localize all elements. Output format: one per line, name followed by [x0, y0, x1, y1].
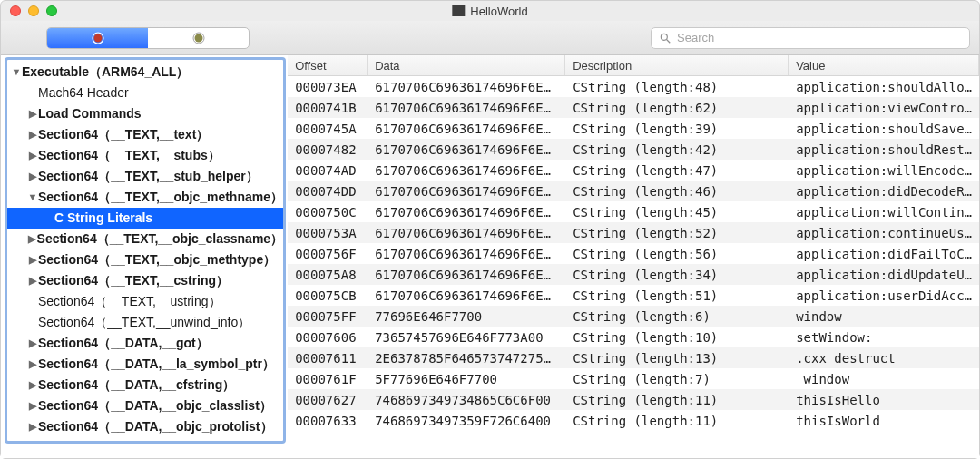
app-window: HelloWorld	[0, 0, 980, 459]
chevron-right-icon: ▶	[27, 249, 38, 270]
table-row[interactable]: 000075FF77696E646F7700CString (length:6)…	[288, 306, 979, 327]
table-row[interactable]: 000075A86170706C69636174696F6E3…CString …	[288, 264, 979, 285]
tree-item[interactable]: Mach64 Header	[7, 83, 283, 103]
minimize-window-button[interactable]	[28, 5, 39, 16]
column-offset[interactable]: Offset	[288, 55, 368, 75]
table-row[interactable]: 000074DD6170706C69636174696F6E3…CString …	[288, 181, 979, 201]
column-description[interactable]: Description	[565, 55, 789, 75]
cell-value: application:shouldRest…	[789, 142, 979, 157]
tree-item[interactable]: ▶Section64（__TEXT,__objc_classname）	[7, 229, 283, 249]
tree-item-label: Section64（__TEXT,__objc_classname）	[37, 229, 284, 249]
table-header: Offset Data Description Value	[288, 55, 979, 76]
column-value[interactable]: Value	[789, 55, 979, 75]
table-row[interactable]: 0000750C6170706C69636174696F6E3…CString …	[288, 201, 979, 222]
chevron-down-icon: ▼	[27, 187, 38, 208]
table-row[interactable]: 0000753A6170706C69636174696F6E3…CString …	[288, 222, 979, 243]
cell-description: CString (length:56)	[565, 247, 789, 261]
cell-data: 6170706C69636174696F6E3…	[368, 122, 565, 136]
svg-point-0	[93, 34, 102, 42]
column-data[interactable]: Data	[368, 55, 565, 75]
tree-item[interactable]: ▶Section64（__TEXT,__cstring）	[7, 270, 283, 291]
search-field[interactable]	[651, 27, 970, 49]
table-row[interactable]: 000073EA6170706C69636174696F6E3…CString …	[288, 76, 979, 97]
hex-mode-tab[interactable]	[148, 28, 249, 48]
cell-value: application:willEncode…	[789, 163, 979, 178]
tree-item[interactable]: ▶Section64（__DATA,__got）	[7, 333, 283, 354]
table-row[interactable]: 0000756F6170706C69636174696F6E3…CString …	[288, 243, 979, 264]
tree-item[interactable]: ▶Section64（__TEXT,__stubs）	[7, 145, 283, 166]
table-body: 000073EA6170706C69636174696F6E3…CString …	[288, 76, 979, 458]
cell-description: CString (length:39)	[565, 122, 789, 136]
svg-point-4	[661, 34, 667, 40]
content-area: ▼Executable（ARM64_ALL）Mach64 Header▶Load…	[1, 55, 979, 458]
cell-offset: 000073EA	[288, 80, 368, 94]
cell-data: 7468697349734865C6C6F00	[368, 393, 565, 407]
table-row[interactable]: 0000745A6170706C69636174696F6E3…CString …	[288, 118, 979, 139]
tree-item[interactable]: Section64（__TEXT,__unwind_info）	[7, 312, 283, 333]
tree-item-label: Section64（__TEXT,__objc_methtype）	[38, 249, 276, 270]
tree-item-label: C String Literals	[54, 208, 152, 229]
table-row[interactable]: 000076277468697349734865C6C6F00CString (…	[288, 389, 979, 410]
tree-item[interactable]: ▶Section64（__DATA,__objc_protolist）	[7, 416, 283, 437]
tree-root[interactable]: ▼Executable（ARM64_ALL）	[7, 62, 283, 83]
cell-value: application:viewContro…	[789, 101, 979, 115]
zoom-window-button[interactable]	[46, 5, 57, 16]
table-row[interactable]: 000075CB6170706C69636174696F6E3…CString …	[288, 285, 979, 306]
chevron-right-icon: ▶	[27, 145, 38, 166]
cell-data: 6170706C69636174696F6E3…	[368, 247, 565, 261]
cell-offset: 0000753A	[288, 226, 368, 240]
tree-item-label: Section64（__TEXT,__ustring）	[38, 291, 221, 312]
tree-item[interactable]: ▶Section64（__TEXT,__objc_methtype）	[7, 249, 283, 270]
cell-data: 6170706C69636174696F6E3…	[368, 205, 565, 220]
cell-description: CString (length:34)	[565, 268, 789, 282]
cell-description: CString (length:51)	[565, 288, 789, 303]
tree-item[interactable]: ▶Section64（__DATA,__objc_classlist）	[7, 396, 283, 416]
cell-description: CString (length:45)	[565, 205, 789, 220]
cell-offset: 000074DD	[288, 184, 368, 199]
cell-data: 6170706C69636174696F6E3…	[368, 288, 565, 303]
cell-data: 5F77696E646F7700	[368, 372, 565, 386]
tree-item-label: Section64（__DATA,__got）	[38, 333, 209, 354]
chevron-right-icon: ▶	[27, 354, 38, 375]
sidebar-tree: ▼Executable（ARM64_ALL）Mach64 Header▶Load…	[5, 57, 286, 444]
cell-data: 6170706C69636174696F6E3…	[368, 184, 565, 199]
cell-value: application:continueUs…	[789, 226, 979, 240]
cell-offset: 000075FF	[288, 309, 368, 324]
tree-root-label: Executable（ARM64_ALL）	[22, 62, 189, 83]
chevron-down-icon: ▼	[11, 62, 22, 83]
tree-item[interactable]: ▶Section64（__DATA,__la_symbol_ptr）	[7, 354, 283, 375]
tree-item[interactable]: C String Literals	[7, 208, 283, 229]
cell-data: 6170706C69636174696F6E3…	[368, 163, 565, 178]
table-row[interactable]: 0000761F5F77696E646F7700CString (length:…	[288, 368, 979, 389]
tree-item[interactable]: ▶Section64（__TEXT,__text）	[7, 124, 283, 145]
tree-item[interactable]: ▶Load Commands	[7, 103, 283, 124]
tree-item[interactable]: Section64（__TEXT,__ustring）	[7, 291, 283, 312]
cell-value: application:willContin…	[789, 205, 979, 220]
inspector-icon	[90, 30, 106, 46]
tree-item-label: Mach64 Header	[38, 83, 129, 103]
cell-description: CString (length:11)	[565, 414, 789, 428]
cell-data: 6170706C69636174696F6E3…	[368, 101, 565, 115]
table-row[interactable]: 000076112E6378785F6465737472756…CString …	[288, 347, 979, 368]
table-row[interactable]: 0000741B6170706C69636174696F6E3…CString …	[288, 97, 979, 118]
inspector-mode-tab[interactable]	[47, 28, 148, 48]
close-window-button[interactable]	[10, 5, 21, 16]
tree-item-label: Section64（__TEXT,__unwind_info）	[38, 312, 250, 333]
search-input[interactable]	[677, 31, 962, 44]
cell-offset: 00007633	[288, 414, 368, 428]
tree-item[interactable]: ▼Section64（__TEXT,__objc_methname）	[7, 187, 283, 208]
cell-value: .cxx_destruct	[789, 351, 979, 366]
cell-offset: 00007606	[288, 330, 368, 345]
cell-value: thisIsHello	[789, 393, 979, 407]
toolbar	[1, 21, 979, 55]
tree-item-label: Section64（__TEXT,__stubs）	[38, 145, 220, 166]
cell-description: CString (length:7)	[565, 372, 789, 386]
tree-item[interactable]: ▶Section64（__TEXT,__stub_helper）	[7, 166, 283, 187]
table-row[interactable]: 0000760673657457696E646F773A00CString (l…	[288, 327, 979, 347]
cell-value: thisIsWorld	[789, 414, 979, 428]
tree-item[interactable]: ▶Section64（__DATA,__cfstring）	[7, 375, 283, 396]
table-row[interactable]: 0000763374686973497359F726C6400CString (…	[288, 410, 979, 431]
terminal-icon	[452, 5, 465, 16]
table-row[interactable]: 000074826170706C69636174696F6E3…CString …	[288, 139, 979, 160]
table-row[interactable]: 000074AD6170706C69636174696F6E3…CString …	[288, 160, 979, 181]
